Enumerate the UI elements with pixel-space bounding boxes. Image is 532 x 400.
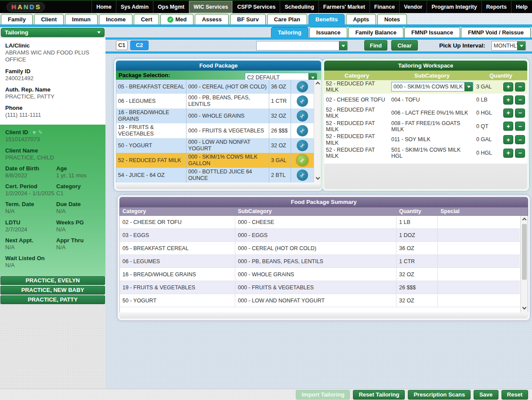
tailor-scissors-button[interactable]: ✂ [297, 155, 308, 166]
food-package-row[interactable]: 50 - YOGURT 000 - LOW AND NONFAT YOGURT … [116, 138, 321, 153]
footer-action-button[interactable]: Prescription Scans [408, 390, 471, 400]
benefits-subtab[interactable]: Issuance [309, 27, 348, 37]
heart-icon[interactable]: ♥ [33, 129, 38, 136]
increase-quantity-button[interactable]: + [503, 149, 513, 158]
top-menu-item[interactable]: WIC Services [189, 1, 232, 13]
top-menu-item[interactable]: Program Integrity [427, 1, 481, 13]
tailor-scissors-button[interactable]: ✂ [297, 110, 308, 122]
scroll-up-icon[interactable] [522, 218, 526, 222]
category-cell: 06 - LEGUMES [116, 94, 186, 108]
food-package-row[interactable]: 16 - BREAD/WHOLE GRAINS 000 - WHOLE GRAI… [116, 108, 321, 123]
subcategory-dropdown[interactable]: 000 - SKIM/1% COWS MILK GA [391, 82, 473, 92]
module-tab[interactable]: BF Surv [230, 14, 266, 24]
tailor-scissors-button[interactable]: ✂ [297, 125, 308, 136]
module-tab[interactable]: ✓ Med [160, 14, 193, 24]
footer-action-button[interactable]: Import Tailoring [296, 390, 350, 400]
top-menu-item[interactable]: Finance [369, 1, 399, 13]
tailor-scissors-button[interactable]: ✂ [297, 95, 308, 107]
find-button[interactable]: Find [364, 40, 387, 51]
pencil-icon[interactable]: ✎ [38, 129, 45, 136]
food-package-scrollbar[interactable] [314, 80, 321, 183]
summary-row[interactable]: 06 - LEGUMES 000 - PB, BEANS, PEAS, LENT… [120, 255, 520, 268]
increase-quantity-button[interactable]: + [503, 122, 513, 131]
tailor-scissors-button[interactable]: ✂ [297, 81, 308, 92]
top-menu-item[interactable]: Home [91, 1, 116, 13]
tailor-scissors-button[interactable]: ✂ [297, 169, 308, 181]
clear-button[interactable]: Clear [391, 40, 418, 51]
package-selection-label: Package Selection: [119, 72, 170, 78]
benefits-subtab[interactable]: Family Balance [348, 27, 403, 37]
top-menu-item[interactable]: Farmers' Market [319, 1, 369, 13]
decrease-quantity-button[interactable]: − [515, 149, 525, 158]
food-package-row[interactable]: 52 - REDUCED FAT MILK 000 - SKIM/1% COWS… [116, 153, 321, 168]
benefits-subtab[interactable]: Tailoring [271, 27, 308, 37]
module-tab[interactable]: Client [34, 14, 64, 24]
category-cell: 52 - REDUCED FAT MILK [324, 146, 390, 160]
summary-row[interactable]: 05 - BREAKFAST CEREAL 000 - CEREAL (HOT … [120, 242, 520, 255]
top-menu-item[interactable]: Sys Admin [116, 1, 153, 13]
benefits-subtab[interactable]: FMNP Void / Reissue [461, 27, 531, 37]
c1-toggle-button[interactable]: C1 [116, 41, 128, 50]
module-tab[interactable]: Appts [346, 14, 376, 24]
footer-action-button[interactable]: Reset Tailoring [353, 390, 405, 400]
summary-row[interactable]: 16 - BREAD/WHOLE GRAINS 000 - WHOLE GRAI… [120, 268, 520, 281]
food-package-row[interactable]: 19 - FRUITS & VEGETABLES 000 - FRUITS & … [116, 123, 321, 138]
summary-scrollbar[interactable] [520, 216, 528, 312]
module-tab[interactable]: Immun [65, 14, 98, 24]
family-member-button[interactable]: PRACTICE, EVELYN [0, 276, 105, 285]
module-tab[interactable]: Income [99, 14, 133, 24]
c2-toggle-button[interactable]: C2 [130, 41, 149, 50]
top-menu-item[interactable]: Vendor [399, 1, 427, 13]
family-member-button[interactable]: PRACTICE, PATTY [0, 295, 105, 304]
module-tab[interactable]: Family [1, 14, 33, 24]
increase-quantity-button[interactable]: + [503, 108, 513, 118]
summary-row[interactable]: 19 - FRUITS & VEGETABLES 000 - FRUITS & … [120, 281, 520, 294]
summary-row[interactable]: 50 - YOGURT 000 - LOW AND NONFAT YOGURT … [120, 294, 520, 307]
decrease-quantity-button[interactable]: − [515, 122, 525, 131]
scrollbar-thumb[interactable] [522, 224, 527, 280]
summary-row[interactable]: 02 - CHEESE OR TOFU 000 - CHEESE 1 LB [120, 216, 520, 229]
module-tab[interactable]: Benefits [308, 14, 345, 24]
increase-quantity-button[interactable]: + [503, 135, 513, 144]
benefits-subtab[interactable]: FMNP Issuance [404, 27, 460, 37]
app-root: { "colors": { "accent_blue": "#29abe2", … [0, 0, 532, 400]
family-member-button[interactable]: PRACTICE, NEW BABY [0, 286, 105, 295]
scroll-down-icon[interactable] [522, 305, 526, 310]
module-tab[interactable]: Notes [377, 14, 407, 24]
top-menu-item[interactable]: Reports [481, 1, 511, 13]
subcategory-dropdown-button[interactable] [464, 82, 473, 91]
top-menu-item[interactable]: Ops Mgmt [153, 1, 189, 13]
summary-row[interactable]: 03 - EGGS 000 - EGGS 1 DOZ [120, 229, 520, 242]
topnav-spacer [50, 1, 91, 13]
decrease-quantity-button[interactable]: − [515, 95, 525, 105]
food-package-row[interactable]: 05 - BREAKFAST CEREAL 000 - CEREAL (HOT … [116, 80, 321, 94]
module-tab[interactable]: Cert [134, 14, 159, 24]
module-tab[interactable]: Assess [195, 14, 229, 24]
subcategory-cell: 000 - CEREAL (HOT OR COLD) [186, 80, 269, 94]
increase-quantity-button[interactable]: + [503, 82, 513, 92]
footer-action-button[interactable]: Save [474, 390, 498, 400]
search-dropdown-button[interactable] [339, 41, 347, 50]
top-menu-item[interactable]: Help [511, 1, 532, 13]
food-package-row[interactable]: 54 - JUICE - 64 OZ 000 - BOTTLED JUICE 6… [116, 168, 321, 183]
module-tab[interactable]: Care Plan [267, 14, 307, 24]
field-value: 15101427073 [5, 136, 102, 143]
search-dropdown[interactable] [256, 41, 348, 51]
special-cell [438, 255, 520, 268]
sidebar-tailoring-dropdown[interactable]: Tailoring [1, 28, 105, 37]
increase-quantity-button[interactable]: + [503, 95, 513, 105]
decrease-quantity-button[interactable]: − [515, 135, 525, 144]
decrease-quantity-button[interactable]: − [515, 108, 525, 118]
top-menu-item[interactable]: Scheduling [280, 1, 318, 13]
top-menu-item[interactable]: CSFP Services [232, 1, 280, 13]
scroll-down-icon[interactable] [315, 176, 320, 180]
tailor-scissors-button[interactable]: ✂ [297, 140, 308, 151]
footer-action-button[interactable]: Reset [502, 390, 528, 400]
logo-letter: A [17, 3, 22, 10]
food-package-row[interactable]: 06 - LEGUMES 000 - PB, BEANS, PEAS, LENT… [116, 94, 321, 108]
subcategory-cell: 000 - LOW AND NONFAT YOGURT [235, 294, 396, 307]
pickup-interval-dropdown-button[interactable] [517, 41, 525, 50]
scroll-up-icon[interactable] [315, 82, 320, 86]
decrease-quantity-button[interactable]: − [515, 82, 525, 92]
pickup-interval-dropdown[interactable]: MONTHLY [491, 41, 526, 51]
